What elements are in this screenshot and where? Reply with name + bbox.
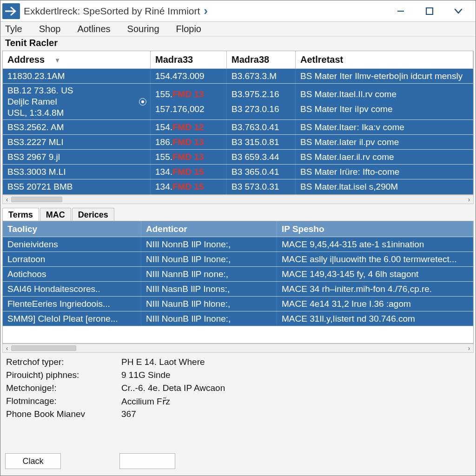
- cell-adenticor: NIIl NounB IlP Inone:,: [141, 311, 277, 326]
- table-row[interactable]: Lorratoon NIIl NounB IlP Inone:, MACE as…: [3, 252, 473, 267]
- detail-key: Retrchof typer:: [6, 357, 121, 367]
- cell-taolicy: SAI46 Hondaitescores..: [3, 282, 141, 296]
- cell-address: BS3.2562. AM: [3, 120, 151, 134]
- table-row[interactable]: BS3 2967 9.jl 155.FMD 13 B3 659.3.44 BS …: [3, 150, 473, 165]
- cell-empty: [3, 326, 141, 343]
- table1-hscrollbar[interactable]: ‹ ›: [2, 195, 474, 204]
- app-icon: [2, 3, 20, 19]
- scroll-thumb[interactable]: [11, 345, 76, 351]
- cell-ip-spesho: MACE aslly i|luuowith the 6.00 termwrete…: [277, 252, 473, 266]
- cell-madra33: 154.FMD 12: [151, 120, 227, 134]
- title-caret-icon: ›: [204, 4, 208, 18]
- detail-value: PH E 14. Laot Where: [121, 357, 205, 367]
- menu-item-4[interactable]: Flopio: [173, 22, 204, 36]
- table-row[interactable]: SAI46 Hondaitescores.. NIIl NasnB IlP In…: [3, 282, 473, 297]
- column-header-address[interactable]: Address ▾: [3, 51, 151, 68]
- cell-address: 11830.23.1AM: [3, 69, 151, 83]
- column-header-address-label: Address: [7, 54, 45, 65]
- clack-button[interactable]: Clack: [5, 453, 61, 469]
- table-row[interactable]: Denieividens NIIl NonnB IlP Inone:, MACE…: [3, 237, 473, 252]
- table-row-empty: [3, 326, 473, 343]
- window-title: Exkdertlreck: SpeSorted by Riné Immiort: [24, 6, 200, 17]
- cell-address: BS3.2227 MLI: [3, 135, 151, 149]
- table-row[interactable]: BS3.2227 MLI 186.FMD 13 B3 315.0.81 BS M…: [3, 135, 473, 150]
- scroll-left-icon[interactable]: ‹: [3, 344, 11, 352]
- cell-adenticor: NIIl NonnB IlP Inone:,: [141, 237, 277, 251]
- column-header-aetlretast[interactable]: Aetlretast: [296, 51, 473, 68]
- cell-aetlretast: BS Mater Irüre: Ifto-come: [296, 165, 473, 179]
- tab-mac[interactable]: MAC: [40, 208, 71, 221]
- detail-key: Metchonige!:: [6, 383, 121, 393]
- cell-ip-spesho: MACE 149,43-145 fy, 4 6lh stagont: [277, 267, 473, 281]
- table-row[interactable]: FlenteEeries Ingriedoois... NIIl NaunB I…: [3, 297, 473, 311]
- cell-aetlretast: BS Mater.ltat.isel s,290M: [296, 179, 473, 194]
- cell-taolicy: SMM9] CleIol Pleat [erone...: [3, 311, 141, 326]
- cell-address: BS5 20721 BMB: [3, 179, 151, 194]
- radio-selected-icon[interactable]: [139, 98, 146, 106]
- table-row[interactable]: BS3.2562. AM 154.FMD 12 B3.763.0.41 BS M…: [3, 120, 473, 135]
- table-row[interactable]: 11830.23.1AM 154.473.009 B3.673.3.M BS M…: [3, 69, 473, 84]
- policy-table: Taolicy Adenticor IP Spesho Denieividens…: [2, 221, 474, 344]
- column-header-madra33[interactable]: Madra33: [151, 51, 227, 68]
- cell-taolicy: Denieividens: [3, 237, 141, 251]
- column-header-madra38[interactable]: Madra38: [227, 51, 296, 68]
- scroll-track[interactable]: [11, 345, 465, 351]
- menu-item-3[interactable]: Souring: [125, 22, 162, 36]
- detail-row: Phone Book Mianev367: [6, 408, 470, 421]
- cell-ip-spesho: MACE 9,45,44-315 ate-1 s1inination: [277, 237, 473, 251]
- cell-madra38: B3 315.0.81: [227, 135, 296, 149]
- detail-key: Phone Book Mianev: [6, 409, 121, 419]
- cell-aetlretast: BS Mater.Itael.Il.rv come BS Mater Iter …: [296, 84, 473, 119]
- svg-rect-0: [426, 8, 433, 14]
- cell-address: BB.12 73.36. US Deljlc Ramel USL, 1:3.4.…: [3, 84, 151, 119]
- column-header-adenticor[interactable]: Adenticor: [141, 221, 277, 237]
- column-header-taolicy[interactable]: Taolicy: [3, 221, 141, 237]
- table-row[interactable]: BB.12 73.36. US Deljlc Ramel USL, 1:3.4.…: [3, 84, 473, 120]
- cell-address: BS3 2967 9.jl: [3, 150, 151, 164]
- cell-ip-spesho: MACE 31Il.y,Iistert nd 30.746.com: [277, 311, 473, 326]
- detail-value: Accilium Fr̃z: [121, 396, 170, 407]
- window-minimize-button[interactable]: [386, 0, 415, 22]
- scroll-thumb[interactable]: [11, 197, 62, 202]
- menubar: Tyle Shop Aotlines Souring Flopio: [0, 22, 476, 37]
- table2-hscrollbar[interactable]: ‹ ›: [2, 344, 474, 353]
- cell-empty: [141, 326, 277, 343]
- table-row[interactable]: BS3.3003 M.LI 134.FMD 15 B3 365.0.41 BS …: [3, 165, 473, 179]
- cell-aetlretast: BS Mater.Iaer.il.rv come: [296, 150, 473, 164]
- menu-item-1[interactable]: Shop: [36, 22, 64, 36]
- cell-madra33: 134.FMD 15: [151, 179, 227, 194]
- window-close-button[interactable]: [444, 0, 473, 22]
- cell-aetlretast: BS Mater.Iater il.pv come: [296, 135, 473, 149]
- table2-header-row: Taolicy Adenticor IP Spesho: [3, 221, 473, 237]
- secondary-button[interactable]: [119, 453, 175, 469]
- cell-address: BS3.3003 M.LI: [3, 165, 151, 179]
- cell-aetlretast: BS Mater.Itaer: Ika:v come: [296, 120, 473, 134]
- tab-terms[interactable]: Terms: [2, 208, 39, 221]
- cell-aetlretast: BS Mater Iter Ilmv-eterbo|in idcurt mens…: [296, 69, 473, 83]
- scroll-right-icon[interactable]: ›: [465, 195, 473, 204]
- chevron-down-icon: ▾: [56, 56, 59, 64]
- cell-adenticor: NIIl NounB IlP Inone:,: [141, 252, 277, 266]
- cell-madra38: B3 365.0.41: [227, 165, 296, 179]
- cell-madra33: 154.473.009: [151, 69, 227, 83]
- scroll-right-icon[interactable]: ›: [465, 344, 473, 352]
- table-row[interactable]: SMM9] CleIol Pleat [erone... NIIl NounB …: [3, 311, 473, 326]
- detail-key: Pirouicht) piphnes:: [6, 370, 121, 380]
- scroll-left-icon[interactable]: ‹: [3, 195, 11, 204]
- table-row[interactable]: BS5 20721 BMB 134.FMD 15 B3 573.0.31 BS …: [3, 179, 473, 194]
- detail-value: Cr..-6. 4e. Deta IP Awcaon: [121, 383, 225, 393]
- table-row[interactable]: Aotichoos NIIl NannB IlP none:, MACE 149…: [3, 267, 473, 282]
- column-header-ip-spesho[interactable]: IP Spesho: [277, 221, 473, 237]
- cell-adenticor: NIIl NasnB IlP Inons:,: [141, 282, 277, 296]
- scroll-track[interactable]: [11, 196, 465, 203]
- cell-ip-spesho: MACE 4e14 31,2 Irue I.36 :agom: [277, 297, 473, 311]
- cell-madra38: B3.975.2.16 B3 273.0.16: [227, 84, 296, 119]
- tab-derices[interactable]: Derices: [72, 208, 114, 221]
- detail-row: Pirouicht) piphnes:9 11G Sinde: [6, 369, 470, 382]
- menu-item-2[interactable]: Aotlines: [74, 22, 113, 36]
- cell-madra33: 186.FMD 13: [151, 135, 227, 149]
- cell-madra38: B3 573.0.31: [227, 179, 296, 194]
- detail-value: 9 11G Sinde: [121, 370, 171, 380]
- window-maximize-button[interactable]: [415, 0, 444, 22]
- menu-item-0[interactable]: Tyle: [2, 22, 25, 36]
